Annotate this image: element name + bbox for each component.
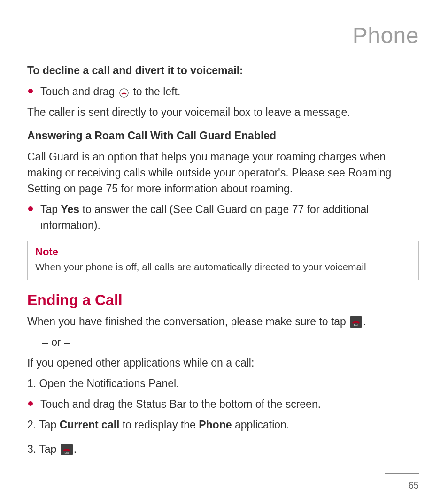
footer-rule — [385, 473, 419, 474]
text-touch-drag-pre: Touch and drag — [40, 85, 115, 98]
step-1: 1. Open the Notifications Panel. — [27, 375, 419, 391]
heading-decline-voicemail: To decline a call and divert it to voice… — [27, 63, 419, 78]
svg-text:End: End — [354, 324, 358, 327]
text-if-opened-apps: If you opened other applications while o… — [27, 355, 419, 371]
step1-bullet-list: Touch and drag the Status Bar to the bot… — [27, 396, 419, 412]
step-2-number: 2. — [27, 419, 39, 431]
svg-text:End: End — [64, 451, 69, 454]
text-tap-yes-post: to answer the call (See Call Guard on pa… — [40, 203, 369, 231]
step-3: 3. Tap End . — [27, 441, 419, 457]
heading-roam-call-guard: Answering a Roam Call With Call Guard En… — [27, 129, 419, 143]
decline-bullet-list: Touch and drag to the left. — [27, 84, 419, 99]
roam-bullet-item: Tap Yes to answer the call (See Call Gua… — [27, 201, 419, 233]
page-container: Phone To decline a call and divert it to… — [0, 0, 448, 504]
decline-call-icon — [119, 86, 129, 97]
end-call-icon: End — [350, 316, 362, 327]
step2-bold2: Phone — [199, 419, 232, 431]
step2-bold1: Current call — [60, 419, 120, 431]
text-tap-yes-bold: Yes — [61, 203, 79, 215]
page-number: 65 — [409, 480, 419, 491]
decline-bullet-item: Touch and drag to the left. — [27, 84, 419, 99]
text-call-guard-desc: Call Guard is an option that helps you m… — [27, 149, 419, 197]
step2-pre: Tap — [39, 419, 59, 431]
text-when-finished: When you have finished the conversation,… — [27, 313, 419, 329]
step-3-number: 3. — [27, 443, 39, 455]
text-or: – or – — [27, 334, 419, 350]
step3-post: . — [74, 443, 77, 455]
step-2: 2. Tap Current call to redisplay the Pho… — [27, 417, 419, 433]
end-call-icon-2: End — [61, 443, 73, 455]
step2-mid: to redisplay the — [119, 419, 199, 431]
app-title: Phone — [27, 23, 419, 48]
text-when-finished-post: . — [363, 315, 366, 328]
note-body: When your phone is off, all calls are au… — [35, 260, 411, 274]
step2-post: application. — [232, 419, 290, 431]
text-when-finished-pre: When you have finished the conversation,… — [27, 315, 349, 328]
text-caller-sent: The caller is sent directly to your voic… — [27, 104, 419, 120]
step3-pre: Tap — [39, 443, 59, 455]
note-box: Note When your phone is off, all calls a… — [27, 241, 419, 280]
step1-bullet-item: Touch and drag the Status Bar to the bot… — [27, 396, 419, 412]
text-tap-yes-pre: Tap — [40, 203, 61, 215]
text-touch-drag-post: to the left. — [133, 85, 180, 98]
note-title: Note — [35, 246, 411, 258]
step-1-number: 1. — [27, 377, 39, 389]
step-1-text: Open the Notifications Panel. — [39, 377, 179, 389]
roam-bullet-list: Tap Yes to answer the call (See Call Gua… — [27, 201, 419, 233]
heading-ending-call: Ending a Call — [27, 291, 419, 309]
